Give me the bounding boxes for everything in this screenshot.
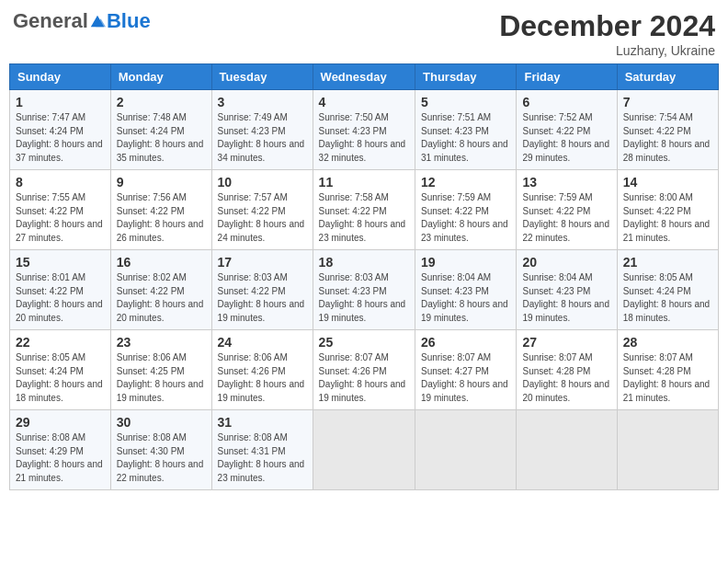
day-info: Sunrise: 7:48 AMSunset: 4:24 PMDaylight:… — [117, 111, 206, 165]
calendar-cell: 8Sunrise: 7:55 AMSunset: 4:22 PMDaylight… — [10, 170, 111, 250]
week-row-3: 15Sunrise: 8:01 AMSunset: 4:22 PMDayligh… — [10, 250, 719, 330]
day-number: 16 — [117, 255, 206, 270]
calendar-cell: 11Sunrise: 7:58 AMSunset: 4:22 PMDayligh… — [313, 170, 415, 250]
calendar-cell: 6Sunrise: 7:52 AMSunset: 4:22 PMDaylight… — [517, 90, 617, 170]
day-info: Sunrise: 8:08 AMSunset: 4:29 PMDaylight:… — [16, 431, 105, 485]
day-number: 21 — [623, 255, 712, 270]
day-info: Sunrise: 7:47 AMSunset: 4:24 PMDaylight:… — [16, 111, 105, 165]
day-info: Sunrise: 7:58 AMSunset: 4:22 PMDaylight:… — [319, 191, 409, 245]
logo-blue-text: Blue — [107, 9, 151, 33]
logo-general-text: General — [13, 9, 88, 33]
week-row-4: 22Sunrise: 8:05 AMSunset: 4:24 PMDayligh… — [10, 330, 719, 410]
day-info: Sunrise: 7:50 AMSunset: 4:23 PMDaylight:… — [319, 111, 409, 165]
calendar-cell: 27Sunrise: 8:07 AMSunset: 4:28 PMDayligh… — [517, 330, 617, 410]
calendar-cell — [517, 410, 617, 490]
day-number: 19 — [421, 255, 510, 270]
day-number: 9 — [117, 175, 206, 190]
logo: General Blue — [13, 9, 151, 33]
calendar-cell: 29Sunrise: 8:08 AMSunset: 4:29 PMDayligh… — [10, 410, 111, 490]
day-number: 12 — [421, 175, 510, 190]
day-number: 26 — [421, 335, 510, 350]
day-number: 4 — [319, 95, 409, 109]
day-info: Sunrise: 8:05 AMSunset: 4:24 PMDaylight:… — [623, 271, 712, 325]
day-info: Sunrise: 7:57 AMSunset: 4:22 PMDaylight:… — [218, 191, 307, 245]
header-wednesday: Wednesday — [313, 64, 415, 90]
calendar-cell: 30Sunrise: 8:08 AMSunset: 4:30 PMDayligh… — [110, 410, 211, 490]
calendar-cell: 23Sunrise: 8:06 AMSunset: 4:25 PMDayligh… — [110, 330, 211, 410]
day-info: Sunrise: 7:56 AMSunset: 4:22 PMDaylight:… — [117, 191, 206, 245]
day-number: 7 — [623, 95, 712, 109]
calendar-cell — [617, 410, 718, 490]
day-number: 24 — [218, 335, 307, 350]
day-number: 11 — [319, 175, 409, 190]
day-info: Sunrise: 8:06 AMSunset: 4:25 PMDaylight:… — [117, 351, 206, 405]
page-header: General Blue December 2024 Luzhany, Ukra… — [9, 9, 719, 58]
day-number: 20 — [522, 255, 610, 270]
calendar-cell: 5Sunrise: 7:51 AMSunset: 4:23 PMDaylight… — [415, 90, 517, 170]
week-row-1: 1Sunrise: 7:47 AMSunset: 4:24 PMDaylight… — [10, 90, 719, 170]
day-info: Sunrise: 8:04 AMSunset: 4:23 PMDaylight:… — [421, 271, 510, 325]
day-info: Sunrise: 8:03 AMSunset: 4:22 PMDaylight:… — [218, 271, 307, 325]
day-number: 31 — [218, 415, 307, 430]
calendar-cell: 31Sunrise: 8:08 AMSunset: 4:31 PMDayligh… — [211, 410, 313, 490]
header-tuesday: Tuesday — [211, 64, 313, 90]
calendar-cell: 24Sunrise: 8:06 AMSunset: 4:26 PMDayligh… — [211, 330, 313, 410]
calendar-cell: 12Sunrise: 7:59 AMSunset: 4:22 PMDayligh… — [415, 170, 517, 250]
calendar-cell: 10Sunrise: 7:57 AMSunset: 4:22 PMDayligh… — [211, 170, 313, 250]
day-info: Sunrise: 7:49 AMSunset: 4:23 PMDaylight:… — [218, 111, 307, 165]
day-number: 10 — [218, 175, 307, 190]
day-info: Sunrise: 8:07 AMSunset: 4:27 PMDaylight:… — [421, 351, 510, 405]
day-number: 6 — [522, 95, 610, 109]
calendar-cell: 16Sunrise: 8:02 AMSunset: 4:22 PMDayligh… — [110, 250, 211, 330]
day-info: Sunrise: 7:52 AMSunset: 4:22 PMDaylight:… — [522, 111, 610, 165]
calendar-cell — [313, 410, 415, 490]
header-monday: Monday — [110, 64, 211, 90]
day-number: 14 — [623, 175, 712, 190]
calendar-cell: 9Sunrise: 7:56 AMSunset: 4:22 PMDaylight… — [110, 170, 211, 250]
calendar-cell: 2Sunrise: 7:48 AMSunset: 4:24 PMDaylight… — [110, 90, 211, 170]
calendar-cell: 3Sunrise: 7:49 AMSunset: 4:23 PMDaylight… — [211, 90, 313, 170]
calendar-cell: 26Sunrise: 8:07 AMSunset: 4:27 PMDayligh… — [415, 330, 517, 410]
header-friday: Friday — [517, 64, 617, 90]
day-number: 27 — [522, 335, 610, 350]
day-info: Sunrise: 8:00 AMSunset: 4:22 PMDaylight:… — [623, 191, 712, 245]
calendar-cell: 18Sunrise: 8:03 AMSunset: 4:23 PMDayligh… — [313, 250, 415, 330]
day-info: Sunrise: 8:01 AMSunset: 4:22 PMDaylight:… — [16, 271, 105, 325]
day-number: 17 — [218, 255, 307, 270]
title-section: December 2024 Luzhany, Ukraine — [499, 9, 715, 58]
calendar-cell: 20Sunrise: 8:04 AMSunset: 4:23 PMDayligh… — [517, 250, 617, 330]
day-info: Sunrise: 8:08 AMSunset: 4:31 PMDaylight:… — [218, 431, 307, 485]
day-number: 15 — [16, 255, 105, 270]
header-thursday: Thursday — [415, 64, 517, 90]
day-info: Sunrise: 7:55 AMSunset: 4:22 PMDaylight:… — [16, 191, 105, 245]
week-row-2: 8Sunrise: 7:55 AMSunset: 4:22 PMDaylight… — [10, 170, 719, 250]
weekday-header-row: SundayMondayTuesdayWednesdayThursdayFrid… — [10, 64, 719, 90]
day-number: 29 — [16, 415, 105, 430]
day-number: 8 — [16, 175, 105, 190]
day-info: Sunrise: 8:05 AMSunset: 4:24 PMDaylight:… — [16, 351, 105, 405]
day-info: Sunrise: 8:04 AMSunset: 4:23 PMDaylight:… — [522, 271, 610, 325]
calendar-cell: 28Sunrise: 8:07 AMSunset: 4:28 PMDayligh… — [617, 330, 718, 410]
calendar-cell: 19Sunrise: 8:04 AMSunset: 4:23 PMDayligh… — [415, 250, 517, 330]
day-number: 3 — [218, 95, 307, 109]
day-number: 22 — [16, 335, 105, 350]
header-sunday: Sunday — [10, 64, 111, 90]
calendar-table: SundayMondayTuesdayWednesdayThursdayFrid… — [9, 63, 719, 490]
day-number: 5 — [421, 95, 510, 109]
calendar-cell: 17Sunrise: 8:03 AMSunset: 4:22 PMDayligh… — [211, 250, 313, 330]
calendar-cell: 1Sunrise: 7:47 AMSunset: 4:24 PMDaylight… — [10, 90, 111, 170]
day-number: 28 — [623, 335, 712, 350]
header-saturday: Saturday — [617, 64, 718, 90]
logo-icon — [89, 13, 106, 29]
day-info: Sunrise: 8:02 AMSunset: 4:22 PMDaylight:… — [117, 271, 206, 325]
day-info: Sunrise: 8:08 AMSunset: 4:30 PMDaylight:… — [117, 431, 206, 485]
day-info: Sunrise: 8:06 AMSunset: 4:26 PMDaylight:… — [218, 351, 307, 405]
calendar-cell: 13Sunrise: 7:59 AMSunset: 4:22 PMDayligh… — [517, 170, 617, 250]
calendar-cell: 14Sunrise: 8:00 AMSunset: 4:22 PMDayligh… — [617, 170, 718, 250]
calendar-cell — [415, 410, 517, 490]
day-info: Sunrise: 7:51 AMSunset: 4:23 PMDaylight:… — [421, 111, 510, 165]
calendar-cell: 21Sunrise: 8:05 AMSunset: 4:24 PMDayligh… — [617, 250, 718, 330]
month-title: December 2024 — [499, 9, 715, 43]
week-row-5: 29Sunrise: 8:08 AMSunset: 4:29 PMDayligh… — [10, 410, 719, 490]
day-number: 25 — [319, 335, 409, 350]
